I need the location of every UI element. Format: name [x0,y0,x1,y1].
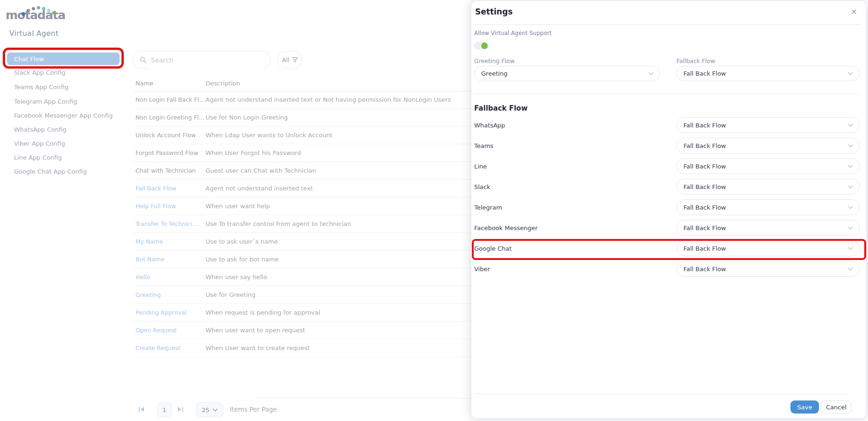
table-row: Forgot Password FlowWhen User Forgot his… [132,144,501,162]
sidebar-item-telegram-app-config[interactable]: Telegram App Config [14,98,77,105]
fallback-select-value: Fall Back Flow [683,163,848,170]
flow-description: When Ldap User wants to Unlock Account [206,132,501,139]
flow-name-link[interactable]: Bot Name [132,256,206,263]
table-header: Name Description [132,75,501,91]
fallback-select-telegram[interactable]: Fall Back Flow [676,199,860,215]
virtual-agent-page: motadata Virtual Agent Chat FlowSlack Ap… [0,0,868,421]
flow-name-link[interactable]: Create Request [132,344,206,351]
fallback-select-viber[interactable]: Fall Back Flow [676,261,860,277]
logo-text: motadata [6,8,65,22]
fallback-select-value: Fall Back Flow [683,245,848,252]
items-per-page-label: Items Per Page [230,402,277,416]
flow-name-link[interactable]: Fall Back Flow [132,185,206,192]
sidebar-nav: Chat FlowSlack App ConfigTeams App Confi… [0,43,123,421]
flow-description: Use to ask for bot name [206,256,501,263]
table-row: GreetingUse for Greeting [132,286,501,304]
table-row: Chat with TechnicianGuest user can Chat … [132,162,501,180]
channel-label-line: Line [474,163,487,170]
flow-description: Guest user can Chat with Technician [206,167,501,174]
flow-name-link[interactable]: Pending Approval [132,309,206,316]
sidebar-item-whatsapp-config[interactable]: WhatsApp Config [14,126,66,133]
flow-description: Agent not understand inserted text or No… [206,96,501,103]
footer-divider [474,393,848,394]
sidebar-item-google-chat-app-config[interactable]: Google Chat App Config [14,168,87,175]
flow-description: Agent not understand inserted text [206,185,501,192]
page-size-select[interactable]: 25 [196,402,223,417]
search-box[interactable] [133,51,271,69]
sidebar-item-viber-app-config[interactable]: Viber App Config [14,140,65,147]
filter-button[interactable]: All [277,51,302,69]
page-number-button[interactable]: 1 [157,402,172,417]
sidebar-item-facebook-messenger-app-config[interactable]: Facebook Messenger App Config [14,112,113,119]
flow-name-link: Non Login Fall Back Fl... [132,96,206,103]
fallback-select-slack[interactable]: Fall Back Flow [676,179,860,195]
channel-label-telegram: Telegram [474,204,502,211]
flow-name-link[interactable]: Open Request [132,327,206,334]
sidebar-item-line-app-config[interactable]: Line App Config [14,154,62,161]
channel-label-viber: Viber [474,266,490,273]
fallback-select-whatsapp[interactable]: Fall Back Flow [676,117,860,133]
search-icon [140,56,147,63]
settings-drawer: Settings ✕ Allow Virtual Agent Support G… [471,1,866,418]
allow-virtual-agent-toggle[interactable] [474,42,488,49]
column-header-description: Description [206,80,501,87]
fallback-select-value: Fall Back Flow [683,122,848,129]
first-page-icon[interactable] [137,405,146,414]
fallback-select-google-chat[interactable]: Fall Back Flow [676,240,860,256]
fallback-select-value: Fall Back Flow [683,142,848,149]
logo-dot-icon [32,7,35,10]
table-row: Transfer To Technici...Use To transfer c… [132,215,501,233]
fallback-select-teams[interactable]: Fall Back Flow [676,138,860,154]
sidebar-item-chat-flow[interactable]: Chat Flow [7,53,120,65]
logo-dot-icon [47,9,50,12]
close-icon[interactable]: ✕ [848,6,860,18]
sidebar-item-teams-app-config[interactable]: Teams App Config [14,84,69,91]
chevron-down-icon [848,72,853,75]
chevron-down-icon [848,226,853,230]
cancel-button[interactable]: Cancel [821,400,852,414]
flow-description: When user want to open request [206,327,501,334]
flow-name-link[interactable]: Transfer To Technici... [132,220,206,227]
flow-description: When User Forgot his Password [206,149,501,156]
chevron-down-icon [848,185,853,189]
chevron-down-icon [848,267,853,271]
flow-name-link[interactable]: Hello [132,274,206,281]
flow-description: When request is pending for approval [206,309,501,316]
flow-name-link: Forgot Password Flow [132,149,206,156]
last-page-icon[interactable] [176,405,185,414]
greeting-flow-select[interactable]: Greeting [474,66,660,81]
chevron-down-icon [848,165,853,168]
page-size-value: 25 [202,407,210,414]
fallback-select-facebook-messenger[interactable]: Fall Back Flow [676,220,860,236]
save-button[interactable]: Save [790,400,819,414]
flow-description: When User want to create request [206,344,501,351]
table-row: Help Full FlowWhen user want help [132,197,501,215]
channel-label-slack: Slack [474,183,491,190]
flow-name-link[interactable]: Help Full Flow [132,203,206,210]
search-input[interactable] [150,52,264,69]
fallback-flow-value: Fall Back Flow [683,70,848,77]
table-row: Non Login Greeting Fl...Use for Non Logi… [132,109,501,126]
channel-label-teams: Teams [474,142,493,149]
fallback-select-value: Fall Back Flow [683,225,848,232]
flow-name-link[interactable]: My Name [132,238,206,245]
fallback-flow-section-title: Fallback Flow [474,104,527,112]
flow-name-link: Non Login Greeting Fl... [132,114,206,121]
table-row: Non Login Fall Back Fl...Agent not under… [132,91,501,109]
table-row: My NameUse to ask user`s name [132,233,501,251]
flow-description: When user want help [206,203,501,210]
allow-virtual-agent-label: Allow Virtual Agent Support [474,30,552,36]
fallback-select-value: Fall Back Flow [683,183,848,190]
chevron-down-icon [848,247,853,250]
column-header-name: Name [132,80,206,87]
flow-description: Use To transfer control from agent to te… [206,220,501,227]
table-row: HelloWhen user say hello [132,268,501,286]
funnel-icon [292,57,298,63]
table-row: Unlock Account FlowWhen Ldap User wants … [132,126,501,144]
fallback-select-line[interactable]: Fall Back Flow [676,158,860,174]
flow-name-link[interactable]: Greeting [132,291,206,298]
greeting-flow-label: Greeting Flow [474,57,515,64]
fallback-flow-select[interactable]: Fall Back Flow [676,66,860,81]
sidebar-item-slack-app-config[interactable]: Slack App Config [14,69,65,76]
flow-description: Use for Greeting [206,291,501,298]
